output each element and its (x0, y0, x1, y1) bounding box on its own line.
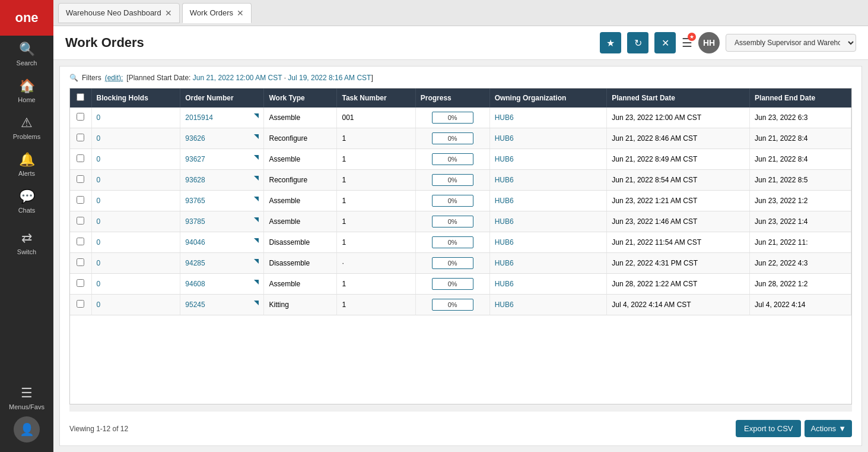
row-flag (254, 238, 259, 243)
row-org: HUB6 (489, 274, 607, 295)
row-checkbox[interactable] (77, 113, 84, 121)
org-link[interactable]: HUB6 (495, 217, 514, 226)
org-link[interactable]: HUB6 (495, 238, 514, 246)
row-checkbox[interactable] (77, 217, 84, 225)
user-avatar[interactable]: 👤 (14, 416, 40, 442)
order-number-link[interactable]: 93626 (185, 134, 205, 143)
page-title: Work Orders (65, 35, 144, 50)
row-order-number: 94285 (180, 253, 264, 274)
org-link[interactable]: HUB6 (495, 113, 514, 122)
sidebar-item-chats[interactable]: 💬 Chats (0, 183, 53, 220)
row-order-number: 94608 (180, 274, 264, 295)
row-planned-end: Jun 23, 2022 1:4 (750, 211, 851, 232)
row-flag (254, 280, 259, 285)
switch-label: Switch (17, 248, 36, 255)
col-planned-end: Planned End Date (750, 88, 851, 108)
sidebar-item-menus[interactable]: ☰ Menus/Favs (0, 380, 53, 416)
row-flag (254, 259, 259, 264)
role-selector[interactable]: Assembly Supervisor and Warehouse Manage… (726, 34, 856, 52)
table-row: 0 95245 Kitting 1 0% HUB6 Jul 4, 2022 4:… (70, 295, 851, 315)
sidebar-item-search[interactable]: 🔍 Search (0, 36, 53, 72)
order-number-link[interactable]: 95245 (185, 301, 205, 309)
row-checkbox[interactable] (77, 175, 84, 183)
order-number-link[interactable]: 94046 (185, 238, 205, 246)
sidebar-item-label: Home (18, 96, 35, 103)
row-task-number: 1 (337, 128, 415, 149)
order-number-link[interactable]: 93627 (185, 155, 205, 163)
horizontal-scrollbar[interactable] (69, 404, 852, 412)
header-avatar[interactable]: HH (698, 32, 720, 53)
order-number-link[interactable]: 93765 (185, 197, 205, 205)
tab-dashboard[interactable]: Warehouse Neo Dashboard ✕ (58, 3, 180, 23)
row-work-type: Disassemble (264, 232, 337, 253)
sidebar-item-problems[interactable]: ⚠ Problems (0, 109, 53, 146)
actions-button[interactable]: Actions ▼ (805, 420, 852, 437)
row-planned-start: Jun 21, 2022 8:54 AM CST (607, 170, 750, 191)
row-checkbox[interactable] (77, 196, 84, 204)
row-order-number: 93627 (180, 149, 264, 170)
hamburger-icon[interactable]: ☰ ★ (682, 36, 692, 49)
order-number-link[interactable]: 94285 (185, 259, 205, 267)
select-all-checkbox[interactable] (77, 93, 84, 101)
row-order-number: 93765 (180, 191, 264, 211)
filters-row: 🔍 Filters (edit): [Planned Start Date: J… (69, 74, 852, 82)
row-checkbox[interactable] (77, 258, 84, 266)
order-number-link[interactable]: 93785 (185, 217, 205, 226)
row-order-number: 93628 (180, 170, 264, 191)
org-link[interactable]: HUB6 (495, 134, 514, 143)
row-planned-end: Jun 21, 2022 8:4 (750, 149, 851, 170)
row-blocking: 0 (91, 128, 180, 149)
filter-icon: 🔍 (69, 74, 78, 82)
row-checkbox-cell (70, 128, 91, 149)
col-blocking-holds: Blocking Holds (91, 88, 180, 108)
chat-icon: 💬 (19, 189, 35, 204)
row-planned-start: Jun 21, 2022 8:46 AM CST (607, 128, 750, 149)
row-task-number: 1 (337, 232, 415, 253)
tab-dashboard-close[interactable]: ✕ (165, 9, 172, 17)
row-planned-end: Jun 22, 2022 4:3 (750, 253, 851, 274)
table-row: 0 93627 Assemble 1 0% HUB6 Jun 21, 2022 … (70, 149, 851, 170)
actions-chevron-icon: ▼ (838, 424, 846, 433)
order-number-link[interactable]: 93628 (185, 176, 205, 184)
row-checkbox[interactable] (77, 279, 84, 287)
switch-button[interactable]: ⇄ Switch (0, 225, 53, 261)
export-csv-button[interactable]: Export to CSV (736, 420, 801, 437)
app-logo[interactable]: one (0, 0, 53, 36)
row-checkbox[interactable] (77, 134, 84, 141)
row-planned-start: Jun 23, 2022 1:46 AM CST (607, 211, 750, 232)
table-row: 0 2015914 Assemble 001 0% HUB6 Jun 23, 2… (70, 108, 851, 128)
row-flag (254, 113, 259, 118)
sidebar-item-label: Search (17, 59, 37, 67)
org-link[interactable]: HUB6 (495, 301, 514, 309)
filter-date-end: Jul 19, 2022 8:16 AM CST (288, 74, 371, 82)
org-link[interactable]: HUB6 (495, 155, 514, 163)
sidebar-item-home[interactable]: 🏠 Home (0, 72, 53, 109)
order-number-link[interactable]: 2015914 (185, 113, 213, 122)
main-content: Warehouse Neo Dashboard ✕ Work Orders ✕ … (53, 0, 868, 452)
row-checkbox[interactable] (77, 238, 84, 245)
row-blocking: 0 (91, 274, 180, 295)
row-work-type: Assemble (264, 191, 337, 211)
row-checkbox[interactable] (77, 300, 84, 308)
row-work-type: Disassemble (264, 253, 337, 274)
tab-workorders-close[interactable]: ✕ (237, 9, 244, 17)
org-link[interactable]: HUB6 (495, 280, 514, 288)
org-link[interactable]: HUB6 (495, 176, 514, 184)
refresh-button[interactable]: ↻ (627, 32, 648, 53)
row-checkbox[interactable] (77, 154, 84, 162)
sidebar-item-alerts[interactable]: 🔔 Alerts (0, 146, 53, 183)
sidebar-item-label: Chats (18, 207, 36, 214)
row-flag (254, 155, 259, 160)
table-row: 0 93628 Reconfigure 1 0% HUB6 Jun 21, 20… (70, 170, 851, 191)
filter-edit-link[interactable]: (edit): (105, 74, 123, 82)
row-task-number: 1 (337, 149, 415, 170)
sidebar-item-switch[interactable]: ⇄ Switch (0, 220, 53, 266)
order-number-link[interactable]: 94608 (185, 280, 205, 288)
row-order-number: 94046 (180, 232, 264, 253)
tab-workorders[interactable]: Work Orders ✕ (182, 3, 252, 23)
org-link[interactable]: HUB6 (495, 197, 514, 205)
star-button[interactable]: ★ (600, 32, 621, 53)
row-org: HUB6 (489, 295, 607, 315)
close-page-button[interactable]: ✕ (654, 32, 676, 53)
org-link[interactable]: HUB6 (495, 259, 514, 267)
